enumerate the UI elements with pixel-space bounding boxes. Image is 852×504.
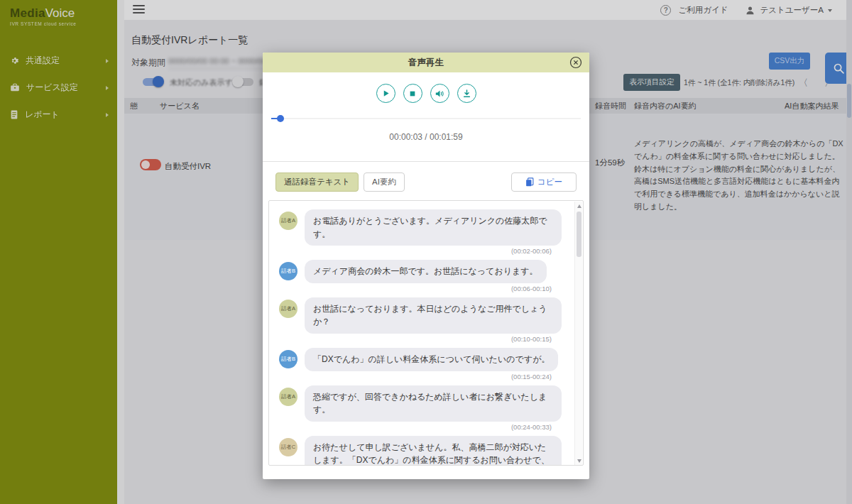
copy-button[interactable]: コピー [511,172,577,192]
modal-tabs: 通話録音テキスト AI要約 [275,172,405,192]
message-body: お電話ありがとうございます。メディアリンクの佐藤太郎です。 (00:02-00:… [305,209,562,256]
app-window: MediaVoice IVR SYSTEM cloud service 共通設定… [0,0,852,504]
transcript-message: 話者A お電話ありがとうございます。メディアリンクの佐藤太郎です。 (00:02… [279,209,562,256]
speaker-badge: 話者A [279,300,297,318]
audio-playback-modal: 音声再生 00:00:03 / 00:01:59 通話録音テキスト AI要約 コ… [263,53,589,479]
volume-icon [435,89,444,98]
speaker-label: 話者A [281,305,295,312]
message-timestamp: (00:24-00:33) [305,423,562,432]
message-bubble: お待たせして申し訳ございません。私、高橋二郎が対応いたします。「DXでんわ」の料… [305,436,562,466]
player-divider [263,161,589,162]
transcript-message: 話者C お待たせして申し訳ございません。私、高橋二郎が対応いたします。「DXでん… [279,436,562,466]
transcript-panel[interactable]: 話者A お電話ありがとうございます。メディアリンクの佐藤太郎です。 (00:02… [268,200,584,466]
volume-button[interactable] [430,84,449,103]
message-list: 話者A お電話ありがとうございます。メディアリンクの佐藤太郎です。 (00:02… [269,201,583,466]
transcript-scrollbar[interactable] [574,202,582,466]
speaker-label: 話者A [281,217,295,224]
speaker-label: 話者C [281,444,295,451]
player-controls [263,84,589,103]
play-icon [382,89,390,97]
close-icon [569,56,582,69]
download-icon [463,89,471,98]
message-bubble: 恐縮ですが、回答できかねるため詳しい者にお繋ぎいたします。 [305,385,562,422]
download-button[interactable] [457,84,476,103]
transcript-message: 話者A 恐縮ですが、回答できかねるため詳しい者にお繋ぎいたします。 (00:24… [279,385,562,432]
speaker-badge: 話者B [279,350,297,368]
play-button[interactable] [376,84,395,103]
speaker-badge: 話者C [279,438,297,456]
seek-thumb[interactable] [277,115,284,122]
seek-track [271,118,581,119]
speaker-badge: 話者A [279,388,297,406]
scroll-down-icon[interactable] [577,459,581,463]
message-body: メディア商会の鈴木一郎です。お世話になっております。 (00:06-00:10) [305,260,562,294]
message-timestamp: (00:02-00:06) [305,247,562,256]
transcript-message: 話者B 「DXでんわ」の詳しい料金体系について伺いたいのですが。 (00:15-… [279,348,562,382]
message-body: 「DXでんわ」の詳しい料金体系について伺いたいのですが。 (00:15-00:2… [305,348,562,382]
close-button[interactable] [569,56,582,69]
tab-ai-summary[interactable]: AI要約 [364,172,405,192]
message-bubble: 「DXでんわ」の詳しい料金体系について伺いたいのですが。 [305,348,558,371]
transcript-message: 話者A お世話になっております。本日はどのようなご用件でしょうか？ (00:10… [279,297,562,344]
message-body: お待たせして申し訳ございません。私、高橋二郎が対応いたします。「DXでんわ」の料… [305,436,562,466]
copy-icon [525,177,534,187]
stop-button[interactable] [403,84,422,103]
seek-slider[interactable] [271,115,581,122]
modal-title: 音声再生 [408,57,444,69]
message-bubble: お世話になっております。本日はどのようなご用件でしょうか？ [305,297,562,334]
message-body: 恐縮ですが、回答できかねるため詳しい者にお繋ぎいたします。 (00:24-00:… [305,385,562,432]
transcript-scrollbar-thumb[interactable] [577,212,581,257]
speaker-badge: 話者A [279,212,297,230]
message-timestamp: (00:10-00:15) [305,335,562,344]
message-body: お世話になっております。本日はどのようなご用件でしょうか？ (00:10-00:… [305,297,562,344]
time-display: 00:00:03 / 00:01:59 [263,132,589,142]
tab-call-transcript[interactable]: 通話録音テキスト [275,172,359,192]
message-timestamp: (00:15-00:24) [305,373,562,382]
stop-icon [409,90,416,97]
speaker-badge: 話者B [279,262,297,280]
scroll-up-icon[interactable] [577,204,581,208]
copy-button-label: コピー [537,177,562,187]
speaker-label: 話者B [281,356,295,363]
message-bubble: メディア商会の鈴木一郎です。お世話になっております。 [305,260,547,283]
speaker-label: 話者A [281,393,295,400]
modal-header: 音声再生 [263,53,589,72]
message-bubble: お電話ありがとうございます。メディアリンクの佐藤太郎です。 [305,209,562,246]
transcript-message: 話者B メディア商会の鈴木一郎です。お世話になっております。 (00:06-00… [279,260,562,294]
speaker-label: 話者B [281,268,295,275]
message-timestamp: (00:06-00:10) [305,285,562,294]
